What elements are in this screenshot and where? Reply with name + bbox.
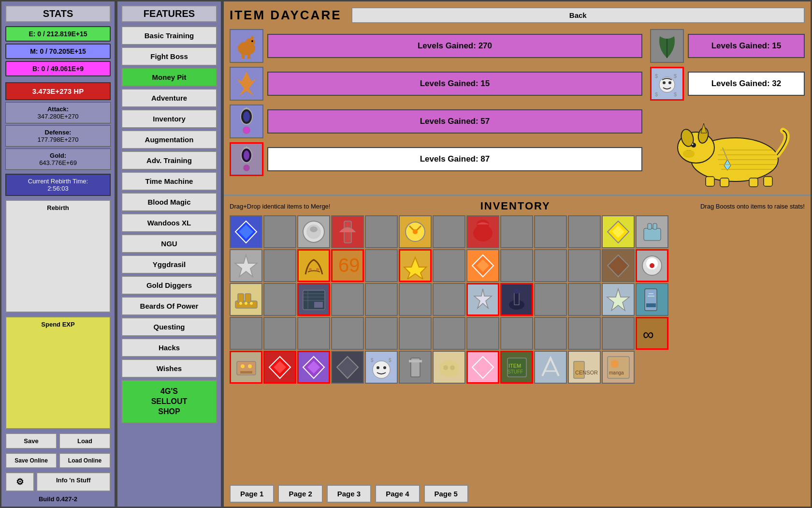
inv-cell-1-7[interactable] (433, 215, 465, 248)
inv-cell-1-10[interactable] (534, 215, 567, 248)
inv-cell-5-8[interactable] (466, 351, 499, 384)
feature-ngu[interactable]: NGU (121, 234, 217, 253)
feature-fight-boss[interactable]: Fight Boss (121, 47, 217, 66)
inv-cell-4-12[interactable] (602, 317, 635, 350)
inv-cell-4-1[interactable] (230, 317, 262, 350)
inv-cell-3-10[interactable] (534, 283, 567, 316)
inv-cell-3-12[interactable] (602, 283, 635, 316)
inv-cell-5-6[interactable] (399, 351, 432, 384)
inv-cell-1-13[interactable] (636, 215, 668, 248)
inv-cell-4-11[interactable] (568, 317, 601, 350)
inv-cell-4-8[interactable] (466, 317, 499, 350)
daycare-slot-4[interactable] (230, 142, 263, 176)
inv-cell-1-12[interactable] (602, 215, 635, 248)
inv-cell-2-9[interactable] (500, 249, 533, 282)
inv-cell-2-3[interactable] (297, 249, 330, 282)
inv-cell-3-13[interactable] (636, 283, 668, 316)
inv-cell-1-11[interactable] (568, 215, 601, 248)
inv-cell-2-10[interactable] (534, 249, 567, 282)
inv-cell-2-7[interactable] (433, 249, 465, 282)
inv-cell-2-8[interactable] (466, 249, 499, 282)
inv-cell-1-3[interactable] (297, 215, 330, 248)
inv-cell-2-11[interactable] (568, 249, 601, 282)
inv-cell-5-9[interactable]: ITEMSTUFF (500, 351, 533, 384)
save-online-button[interactable]: Save Online (5, 453, 57, 468)
inv-cell-4-9[interactable] (500, 317, 533, 350)
spend-exp-button[interactable]: Spend EXP (5, 316, 111, 429)
inv-cell-2-1[interactable] (230, 249, 262, 282)
inv-cell-2-4[interactable]: 69 (331, 249, 364, 282)
gear-button[interactable]: ⚙ (5, 472, 34, 492)
inv-cell-5-4[interactable] (331, 351, 364, 384)
inv-cell-4-7[interactable] (433, 317, 465, 350)
page-2-button[interactable]: Page 2 (278, 485, 322, 503)
daycare-slot-3[interactable] (230, 105, 263, 138)
inv-cell-5-7[interactable] (433, 351, 465, 384)
page-5-button[interactable]: Page 5 (424, 485, 468, 503)
rebirth-button[interactable]: Rebirth (5, 200, 111, 313)
inv-cell-2-2[interactable] (263, 249, 296, 282)
inv-cell-3-9[interactable] (500, 283, 533, 316)
inv-cell-1-9[interactable] (500, 215, 533, 248)
inv-cell-4-5[interactable] (365, 317, 398, 350)
inv-cell-5-12[interactable]: manga (602, 351, 635, 384)
inv-cell-2-12[interactable] (602, 249, 635, 282)
feature-inventory[interactable]: Inventory (121, 109, 217, 128)
feature-sellout-shop[interactable]: 4G'S SELLOUT SHOP (121, 380, 217, 423)
feature-blood-magic[interactable]: Blood Magic (121, 193, 217, 211)
info-button[interactable]: Info 'n Stuff (36, 472, 111, 492)
inv-cell-3-2[interactable] (263, 283, 296, 316)
feature-wandoos-xl[interactable]: Wandoos XL (121, 213, 217, 232)
inv-cell-2-13[interactable] (636, 249, 668, 282)
load-online-button[interactable]: Load Online (59, 453, 111, 468)
inv-cell-1-4[interactable] (331, 215, 364, 248)
inv-cell-5-2[interactable] (263, 351, 296, 384)
inv-cell-2-6[interactable] (399, 249, 432, 282)
inv-cell-4-6[interactable] (399, 317, 432, 350)
inv-cell-4-3[interactable] (297, 317, 330, 350)
daycare-slot-right-2[interactable]: $ $ $ $ (650, 67, 684, 101)
feature-wishes[interactable]: Wishes (121, 359, 217, 378)
inv-cell-3-1[interactable] (230, 283, 262, 316)
inv-cell-3-3[interactable] (297, 283, 330, 316)
inv-cell-4-4[interactable] (331, 317, 364, 350)
page-3-button[interactable]: Page 3 (327, 485, 371, 503)
feature-gold-diggers[interactable]: Gold Diggers (121, 276, 217, 295)
inv-cell-5-5[interactable]: $$ (365, 351, 398, 384)
inv-cell-4-13[interactable]: ∞ (636, 317, 668, 350)
feature-augmentation[interactable]: Augmentation (121, 130, 217, 149)
load-button[interactable]: Load (59, 433, 111, 449)
feature-adventure[interactable]: Adventure (121, 89, 217, 107)
feature-hacks[interactable]: Hacks (121, 338, 217, 357)
feature-yggdrasil[interactable]: Yggdrasil (121, 255, 217, 274)
feature-beards-of-power[interactable]: Beards Of Power (121, 297, 217, 315)
inv-cell-3-5[interactable] (365, 283, 398, 316)
page-1-button[interactable]: Page 1 (230, 485, 274, 503)
inv-cell-1-8[interactable] (466, 215, 499, 248)
daycare-slot-1[interactable] (230, 29, 263, 63)
back-button[interactable]: Back (351, 7, 805, 23)
inv-cell-3-11[interactable] (568, 283, 601, 316)
inv-cell-5-1[interactable] (230, 351, 262, 384)
daycare-slot-right-1[interactable] (650, 29, 684, 63)
daycare-slot-2[interactable] (230, 67, 263, 101)
inv-cell-3-7[interactable] (433, 283, 465, 316)
feature-time-machine[interactable]: Time Machine (121, 172, 217, 191)
page-4-button[interactable]: Page 4 (375, 485, 420, 503)
inv-cell-3-4[interactable] (331, 283, 364, 316)
inv-cell-1-6[interactable] (399, 215, 432, 248)
inv-cell-1-5[interactable] (365, 215, 398, 248)
inv-cell-1-1[interactable] (230, 215, 262, 248)
inv-cell-4-2[interactable] (263, 317, 296, 350)
save-button[interactable]: Save (5, 433, 57, 449)
inv-cell-2-5[interactable] (365, 249, 398, 282)
feature-questing[interactable]: Questing (121, 317, 217, 336)
feature-money-pit[interactable]: Money Pit (121, 68, 217, 87)
inv-cell-3-8[interactable] (466, 283, 499, 316)
inv-cell-5-10[interactable] (534, 351, 567, 384)
inv-cell-4-10[interactable] (534, 317, 567, 350)
inv-cell-3-6[interactable] (399, 283, 432, 316)
inv-cell-5-11[interactable]: CENSORED (568, 351, 601, 384)
feature-adv-training[interactable]: Adv. Training (121, 151, 217, 170)
feature-basic-training[interactable]: Basic Training (121, 26, 217, 45)
